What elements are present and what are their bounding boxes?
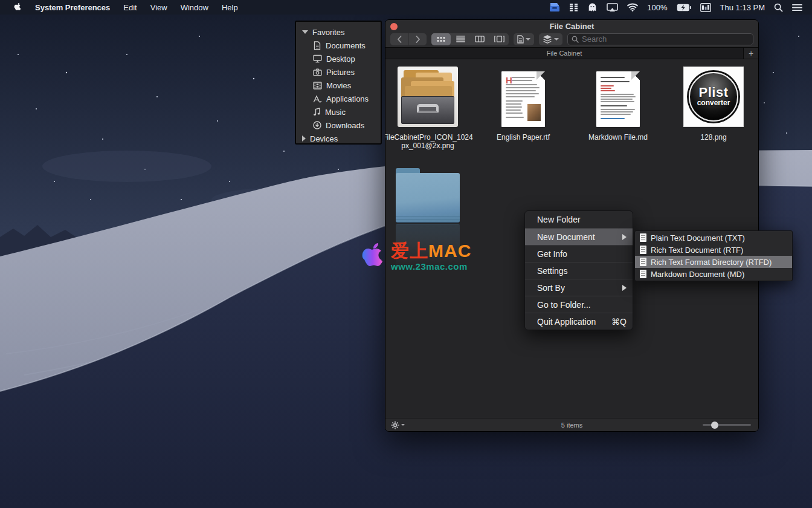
menubar-item-help[interactable]: Help — [215, 0, 245, 15]
document-icon — [640, 246, 646, 254]
battery-icon[interactable] — [674, 0, 694, 15]
chevron-down-icon — [401, 424, 405, 426]
menu-item-new-folder[interactable]: New Folder — [525, 211, 633, 228]
wifi-icon[interactable] — [625, 0, 640, 15]
sidebar-item-label: Movies — [326, 81, 351, 90]
title-bar[interactable]: File Cabinet — [385, 20, 758, 33]
apple-menu[interactable] — [7, 0, 28, 15]
menubar-clock[interactable]: Thu 1:13 PM — [718, 3, 767, 12]
menubar-item-window[interactable]: Window — [174, 0, 215, 15]
sidebar-item-label: Applications — [326, 94, 369, 103]
tab-file-cabinet[interactable]: File Cabinet — [385, 50, 743, 57]
sidebar-item-documents[interactable]: Documents — [296, 39, 381, 52]
sidebar-item-label: Documents — [326, 41, 366, 50]
stacks-dropdown[interactable] — [539, 33, 562, 45]
menu-item-label: Get Info — [537, 249, 567, 259]
menu-item-get-info[interactable]: Get Info — [525, 245, 633, 262]
sidebar-item-downloads[interactable]: Downloads — [296, 119, 381, 132]
context-menu: New Folder New Document Get Info Setting… — [524, 210, 633, 330]
disclosure-right-icon — [302, 135, 306, 142]
slider-thumb[interactable] — [711, 422, 718, 429]
action-menu-button[interactable] — [391, 421, 405, 429]
chevron-down-icon — [526, 38, 530, 41]
submenu-item-rtfd[interactable]: Rich Text Format Directory (RTFD) — [635, 256, 792, 268]
file-item-filecabinet-png[interactable]: FileCabinetPro_ICON_1024px_001@2x.png — [385, 64, 476, 150]
watermark-title-cn: 爱上 — [391, 241, 428, 261]
sidebar-item-label: Music — [325, 108, 346, 117]
stats-widget-icon[interactable] — [698, 0, 714, 15]
menubar-app-name[interactable]: System Preferences — [28, 0, 117, 15]
menu-item-shortcut: ⌘Q — [611, 317, 627, 327]
column-view-button[interactable] — [470, 33, 489, 45]
menu-item-label: Go to Folder... — [537, 300, 591, 310]
sidebar-item-music[interactable]: Music — [296, 105, 381, 119]
back-button[interactable] — [390, 33, 408, 45]
menu-item-go-to-folder[interactable]: Go to Folder... — [525, 296, 633, 313]
menu-item-quit-application[interactable]: Quit Application ⌘Q — [525, 313, 633, 330]
favorites-label: Favorites — [312, 28, 344, 37]
menu-item-settings[interactable]: Settings — [525, 262, 633, 279]
menu-item-label: Sort By — [537, 283, 565, 293]
submenu-item-rich-text[interactable]: Rich Text Document (RTF) — [635, 244, 792, 256]
submenu-item-plain-text[interactable]: Plain Text Document (TXT) — [635, 232, 792, 244]
status-bar: 5 items — [385, 418, 758, 431]
submenu-item-markdown[interactable]: Markdown Document (MD) — [635, 268, 792, 280]
file-name: Markdown File.md — [570, 133, 666, 142]
watermark-url: www.23mac.com — [391, 262, 471, 271]
file-item-markdown-file[interactable]: Markdown File.md — [570, 64, 666, 142]
menu-bar: System Preferences Edit View Window Help… — [0, 0, 812, 15]
sidebar-item-pictures[interactable]: Pictures — [296, 65, 381, 79]
sidebar-item-desktop[interactable]: Desktop — [296, 52, 381, 65]
document-icon — [640, 258, 646, 266]
sidebar-item-applications[interactable]: Applications — [296, 92, 381, 105]
gallery-view-button[interactable] — [489, 33, 509, 45]
display-icon — [313, 54, 322, 63]
file-item-english-paper[interactable]: H — [475, 64, 572, 142]
list-view-button[interactable] — [451, 33, 470, 45]
document-icon — [313, 41, 321, 50]
apple-logo-watermark — [361, 243, 385, 271]
menu-item-sort-by[interactable]: Sort By — [525, 279, 633, 296]
sidebar-section-devices[interactable]: Devices — [296, 132, 381, 145]
submenu-item-label: Markdown Document (MD) — [651, 270, 744, 279]
grid-view-button[interactable] — [431, 33, 451, 45]
forward-button[interactable] — [408, 33, 427, 45]
badge-subtitle: converter — [697, 99, 730, 107]
toolbar — [385, 33, 758, 47]
sidebar-item-movies[interactable]: Movies — [296, 79, 381, 92]
file-item-128-png[interactable]: Plist converter 128.png — [665, 64, 759, 142]
apple-icon — [14, 2, 22, 12]
file-name: FileCabinetPro_ICON_1024px_001@2x.png — [385, 133, 476, 150]
spotlight-icon[interactable] — [772, 0, 785, 15]
sidebar-panel: Favorites Documents Desktop Pictures Mov… — [295, 21, 382, 145]
submenu-item-label: Rich Text Format Directory (RTFD) — [651, 258, 772, 267]
file-cabinet-menu-icon[interactable] — [547, 0, 562, 15]
devices-label: Devices — [310, 134, 338, 143]
document-icon — [640, 233, 646, 242]
watermark-title-en: MAC — [428, 241, 471, 261]
menu-item-label: Settings — [537, 266, 568, 276]
menu-item-new-document[interactable]: New Document — [525, 228, 633, 245]
new-document-submenu: Plain Text Document (TXT) Rich Text Docu… — [634, 230, 793, 281]
menubar-item-view[interactable]: View — [144, 0, 174, 15]
ghost-icon[interactable] — [585, 0, 600, 15]
new-tab-button[interactable]: + — [743, 48, 758, 59]
search-input[interactable] — [582, 34, 749, 44]
submenu-item-label: Rich Text Document (RTF) — [651, 246, 743, 255]
menubar-item-edit[interactable]: Edit — [117, 0, 143, 15]
notification-center-icon[interactable] — [790, 0, 805, 15]
file-name: 128.png — [665, 133, 759, 142]
watermark: 爱上MAC www.23mac.com — [361, 242, 471, 271]
applications-icon — [313, 95, 322, 103]
sidebar-section-favorites[interactable]: Favorites — [296, 25, 381, 39]
view-mode-segments — [431, 33, 509, 45]
new-document-dropdown[interactable] — [514, 33, 534, 45]
icon-size-slider[interactable] — [703, 421, 751, 429]
submenu-item-label: Plain Text Document (TXT) — [651, 233, 745, 243]
search-field[interactable] — [567, 33, 753, 45]
airplay-icon[interactable] — [604, 0, 620, 15]
sidebar-item-label: Desktop — [326, 54, 355, 63]
stats-columns-icon[interactable] — [567, 0, 581, 15]
submenu-arrow-icon — [622, 285, 627, 291]
nav-buttons — [390, 33, 427, 45]
